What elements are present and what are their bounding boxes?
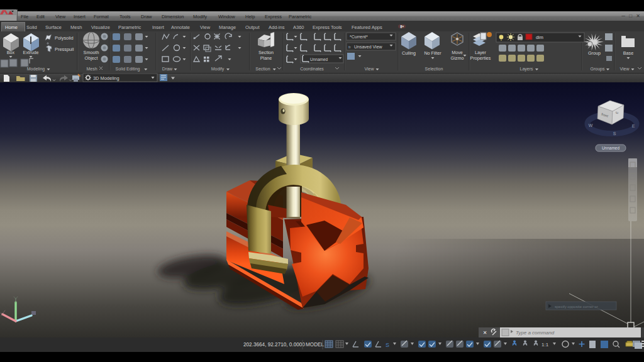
svg-text:202.3664, 92.2710, 0.0000: 202.3664, 92.2710, 0.0000 [243,342,305,348]
svg-text:Section: Section [255,67,270,71]
svg-text:Unnamed: Unnamed [310,57,328,62]
svg-text:Smooth: Smooth [84,50,99,55]
svg-text:Base: Base [623,50,633,56]
svg-text:S: S [613,131,616,136]
svg-text:No Filter: No Filter [424,50,441,56]
svg-text:fr: fr [348,45,351,49]
svg-text:Layer: Layer [475,50,487,55]
svg-text:Group: Group [588,50,601,56]
svg-text:View: View [364,67,374,71]
svg-text:3D Modeling: 3D Modeling [93,75,119,81]
svg-text:W: W [589,123,593,128]
svg-text:Box: Box [7,50,15,55]
svg-text:*Current*: *Current* [350,35,368,39]
svg-text:Extrude: Extrude [23,50,39,55]
svg-text:Selection: Selection [425,67,443,71]
svg-text:Section: Section [258,50,274,55]
svg-text:Culling: Culling [402,50,416,56]
svg-text:Mesh: Mesh [86,67,97,71]
svg-text:S: S [386,342,389,348]
svg-text:Presspull: Presspull [55,47,74,52]
svg-text:Plane: Plane [260,55,272,61]
svg-text:Properties: Properties [470,55,491,61]
svg-text:dim: dim [536,35,543,40]
svg-text:Draw: Draw [162,67,173,71]
svg-text:specify opposite corner or: specify opposite corner or [555,305,598,309]
svg-text:E: E [632,124,635,128]
svg-text:Object: Object [85,55,98,61]
svg-text:Modify: Modify [211,67,225,72]
svg-text:✕: ✕ [483,330,487,336]
svg-text:Layers: Layers [519,67,533,72]
svg-text:Coordinates: Coordinates [300,67,324,71]
svg-text:Solid Editing: Solid Editing [116,67,140,72]
svg-text:Gizmo: Gizmo [451,55,464,61]
svg-text:View: View [619,67,630,71]
svg-text:1:1: 1:1 [541,342,549,348]
svg-text:Type a command: Type a command [516,330,555,336]
svg-text:Move: Move [452,50,463,55]
svg-text:Modeling: Modeling [27,67,45,72]
svg-text:Groups: Groups [591,67,605,72]
svg-text:Unsaved View: Unsaved View [354,45,383,49]
svg-text:Unnamed: Unnamed [602,146,620,150]
svg-text:Polysolid: Polysolid [55,35,74,41]
svg-text:MODEL: MODEL [306,342,325,348]
